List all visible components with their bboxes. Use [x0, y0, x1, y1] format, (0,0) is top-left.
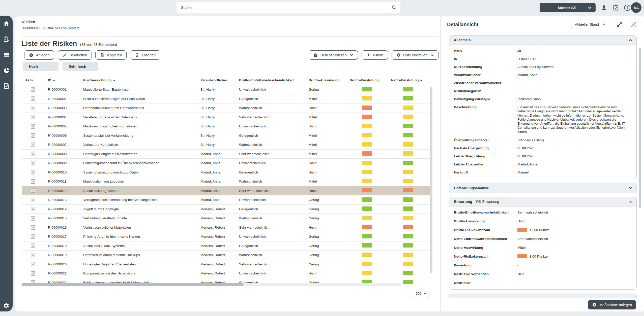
column-header[interactable]: Brutto-Einstufung: [349, 78, 391, 82]
massnahme-anlegen-button[interactable]: Maßnahme anlegen: [588, 300, 636, 309]
row-checkbox[interactable]: [31, 243, 35, 248]
sidebar-item-table[interactable]: [3, 52, 10, 58]
section-allgemein-header[interactable]: Allgemein: [449, 36, 636, 45]
field-value: R-00000012: [517, 57, 536, 61]
expand-icon[interactable]: [616, 21, 623, 28]
table-row[interactable]: R-00000010 Systemüberlastung durch Log-D…: [22, 168, 430, 177]
cell-brutto-auswirkung: Gering: [309, 262, 349, 266]
column-header[interactable]: Brutto-Eintrittswahrscheinlichkeit: [239, 78, 309, 82]
table-row[interactable]: R-00000016 Verlust vertraulicher Materia…: [22, 223, 430, 232]
brutto-einstufung-bar: [362, 216, 372, 220]
column-header[interactable]: Kurzbezeichnung: [83, 78, 200, 82]
table-horizontal-scrollbar[interactable]: [22, 283, 401, 286]
cell-brutto-eintrittswahrscheinlichkeit: Sehr wahrscheinlich: [239, 152, 309, 156]
search-icon[interactable]: [391, 5, 397, 10]
cell-id: R-00000001: [48, 88, 83, 91]
state-selector[interactable]: Aktueller Stand: [571, 20, 609, 29]
bearbeiten-button[interactable]: Bearbeiten: [58, 50, 92, 60]
kopieren-button[interactable]: Kopieren: [95, 50, 127, 60]
row-checkbox[interactable]: [31, 271, 35, 276]
row-checkbox[interactable]: [31, 143, 35, 147]
row-checkbox[interactable]: [31, 234, 35, 239]
loeschen-button[interactable]: Löschen: [130, 50, 160, 60]
section-gefaehrdungsanalyse-header[interactable]: Gefährdungsanalyse: [449, 183, 636, 193]
horizontal-scrollbar-thumb[interactable]: [22, 283, 244, 286]
bericht-erstellen-button[interactable]: Bericht erstellen: [309, 50, 358, 60]
row-checkbox[interactable]: [31, 207, 35, 211]
anlegen-button[interactable]: Anlegen: [24, 50, 54, 60]
row-checkbox[interactable]: [31, 115, 35, 119]
filter-chip[interactable]: Hoch: [23, 62, 58, 71]
row-checkbox[interactable]: [31, 96, 35, 101]
row-checkbox[interactable]: [31, 225, 35, 230]
column-header[interactable]: Brutto-Auswirkung: [309, 78, 349, 82]
table-row[interactable]: R-00000020 Unbefugter Zugriff auf Server…: [22, 260, 430, 269]
detail-vertical-scrollbar[interactable]: [639, 48, 641, 208]
liste-einstellen-button[interactable]: Liste einstellen: [392, 50, 439, 60]
table-row[interactable]: R-00000007 Verlust der Kontaktliste Bit,…: [22, 140, 430, 150]
row-checkbox[interactable]: [31, 161, 35, 165]
field-label: Überprüfungsintervall: [454, 138, 517, 142]
avatar[interactable]: AA: [631, 2, 641, 13]
table-row[interactable]: R-00000008 Unbefugter Zugriff auf Kontak…: [22, 150, 430, 159]
row-checkbox[interactable]: [31, 179, 35, 184]
table-row[interactable]: R-00000015 Verbreitung veralteter Inhalt…: [22, 214, 430, 223]
table-row[interactable]: R-00000017 Phishing-Angriffe über intern…: [22, 232, 430, 241]
column-header[interactable]: Netto-Einstufung: [391, 78, 430, 82]
sidebar-item-reports[interactable]: [3, 83, 10, 89]
row-checkbox[interactable]: [31, 253, 35, 257]
row-checkbox[interactable]: [31, 87, 35, 92]
row-checkbox[interactable]: [31, 198, 35, 202]
sidebar-item-tasks[interactable]: [3, 36, 10, 42]
sidebar-item-pie-chart[interactable]: [3, 67, 10, 74]
risk-list-pane: Risiken R-00000012 • Ausfall des Log-Ser…: [15, 16, 440, 311]
search-input[interactable]: [177, 2, 388, 13]
table-row[interactable]: R-00000013 Verfügbarkeitseinschränkung b…: [22, 195, 430, 205]
column-header[interactable]: ID: [48, 78, 83, 82]
tab-ds-bewertung[interactable]: DS-Bewertung: [476, 200, 499, 204]
table-vertical-scrollbar[interactable]: [430, 87, 432, 273]
row-checkbox[interactable]: [31, 188, 35, 193]
table-row[interactable]: R-00000014 Zugriff durch Unbefugte Merte…: [22, 205, 430, 214]
table-row[interactable]: R-00000006 Systemausfall bei Vorfallmeld…: [22, 131, 430, 141]
tab-bewertung[interactable]: Bewertung: [454, 200, 472, 204]
close-icon[interactable]: [630, 20, 638, 28]
column-header[interactable]: Verantwortlicher: [200, 78, 239, 82]
info-icon[interactable]: [624, 4, 631, 12]
row-checkbox[interactable]: [31, 124, 35, 129]
org-selector-button[interactable]: Muster SE: [540, 3, 596, 12]
table-row[interactable]: R-00000021 Kompromittierung des Hypervis…: [22, 269, 430, 278]
breadcrumb-module-title: Risiken: [22, 20, 79, 24]
table-row[interactable]: R-00000009 Fehlkonfiguration führt zu Üb…: [22, 159, 430, 168]
field-value: Risikoreduktion: [517, 97, 541, 101]
page-size-select[interactable]: 500: [413, 289, 429, 298]
table-row[interactable]: R-00000001 Manipulierte Scan-Ergebnisse …: [22, 85, 430, 94]
row-checkbox[interactable]: [31, 170, 35, 174]
table-row[interactable]: R-00000002 Nicht autorisierter Zugriff a…: [22, 94, 430, 104]
row-checkbox[interactable]: [31, 152, 35, 156]
row-checkbox[interactable]: [31, 106, 35, 110]
filter-chip-label: Hoch: [29, 64, 38, 68]
sidebar-item-home[interactable]: [3, 20, 10, 27]
user-icon[interactable]: [600, 4, 608, 12]
field-value: 25.08.2025: [517, 154, 535, 158]
filter-chip[interactable]: Sehr hoch: [63, 62, 98, 71]
settings-gear-icon[interactable]: [3, 302, 10, 309]
table-row[interactable]: R-00000011 Manipulation von Logdaten Mad…: [22, 177, 430, 186]
next-section-header[interactable]: [449, 294, 637, 298]
row-checkbox[interactable]: [31, 262, 35, 266]
table-row[interactable]: R-00000004 Veraltete Einträge in der Dat…: [22, 113, 430, 122]
row-checkbox[interactable]: [31, 133, 35, 138]
section-bewertung-header[interactable]: Bewertung DS-Bewertung: [449, 197, 636, 206]
tasks-clipboard-icon[interactable]: [612, 4, 620, 12]
table-row[interactable]: R-00000012 Ausfall des Log-Servers Madri…: [22, 186, 430, 196]
table-row[interactable]: R-00000005 Missbrauch von Ticketinformat…: [22, 122, 430, 131]
table-row[interactable]: R-00000019 Datenverlust durch fehlende B…: [22, 251, 430, 260]
row-checkbox[interactable]: [31, 216, 35, 221]
cell-brutto-auswirkung: Gering: [309, 216, 349, 220]
filtern-button[interactable]: Filtern: [362, 50, 388, 60]
cell-brutto-auswirkung: Gering: [309, 253, 349, 257]
column-header[interactable]: Aktiv: [25, 78, 48, 82]
table-row[interactable]: R-00000018 Ausfall des E-Mail-Systems Me…: [22, 241, 430, 251]
table-row[interactable]: R-00000003 Datenbankverlust durch Hardwa…: [22, 103, 430, 113]
